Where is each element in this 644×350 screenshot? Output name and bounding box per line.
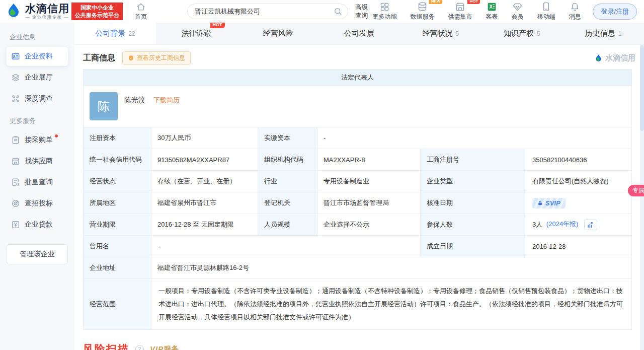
field-label: 人员规模 — [258, 214, 317, 236]
nav-supply-market[interactable]: HOT 供需集市 — [448, 2, 472, 21]
search-input[interactable] — [187, 4, 348, 19]
layers-icon — [11, 73, 20, 82]
nav-more-features[interactable]: 更多功能 — [372, 2, 396, 21]
scrollbar-thumb[interactable] — [640, 45, 644, 131]
database-icon — [417, 2, 428, 12]
id-card-icon — [11, 52, 20, 61]
table-row: 所属地区 福建省泉州市晋江市 登记机关 晋江市市场监督管理局 核准日期 SVIP — [84, 192, 632, 214]
annual-report-link[interactable]: (2024年报) — [546, 220, 579, 228]
sidebar-item-showroom[interactable]: 企业展厅 — [7, 68, 68, 87]
field-label: 统一社会信用代码 — [84, 149, 151, 171]
waterdrop-logo-icon — [5, 2, 22, 21]
home-icon — [136, 2, 146, 12]
sidebar-item-batch-query[interactable]: 批量查询 — [7, 173, 68, 192]
manage-company-button[interactable]: 管理该企业 — [7, 244, 68, 264]
vip-service-label[interactable]: VIP服务 — [150, 344, 179, 350]
sidebar-item-find-suppliers[interactable]: 找供应商 — [7, 152, 68, 171]
table-row: 曾用名 - 成立日期 2016-12-28 — [84, 236, 632, 257]
field-label: 企业地址 — [84, 257, 151, 279]
field-value: 福建省晋江市灵源林麒路16-2号 — [151, 257, 632, 279]
sidebar-section-more: 更多服务 — [10, 116, 65, 125]
national-platform-badge: 国家中小企业 公共服务示范平台 — [71, 3, 123, 20]
field-value: 福建省泉州市晋江市 — [151, 192, 258, 214]
svip-locked-badge[interactable]: SVIP — [532, 198, 566, 208]
field-label: 核准日期 — [421, 192, 526, 214]
brand-name: 水滴信用 — [25, 3, 69, 14]
shop-icon — [11, 157, 20, 166]
field-value: MA2XXAPR-8 — [317, 149, 421, 171]
section-title: 工商信息 — [83, 53, 115, 63]
table-row: 经营范围 一般项目：专用设备制造（不含许可类专业设备制造）；通用设备制造（不含特… — [84, 279, 632, 330]
nav-customer-report[interactable]: X 客表 — [486, 2, 498, 21]
field-label: 成立日期 — [421, 236, 526, 257]
header-nav: 更多功能 NEW 数据服务 HOT 供需集市 X 客表 会员 移动端 消息 — [372, 2, 581, 21]
svg-text:X: X — [489, 4, 493, 10]
tab-intellectual-property[interactable]: 知识产权 5 — [481, 23, 563, 44]
field-value: 专用设备制造业 — [317, 171, 421, 192]
home-nav[interactable]: 首页 — [135, 2, 147, 21]
field-label: 实缴资本 — [258, 127, 317, 149]
login-register-button[interactable]: 登录/注册 — [593, 4, 637, 20]
field-value: 企业选择不公示 — [317, 214, 421, 236]
legal-rep-avatar[interactable]: 陈 — [90, 92, 118, 120]
risk-scan-logo: 风险扫描 — [83, 342, 129, 350]
field-value: 30万人民币 — [151, 127, 258, 149]
field-label: 行业 — [258, 171, 317, 192]
lock-icon — [537, 200, 543, 206]
table-row: 统一社会信用代码 91350582MA2XXAPR87 组织机构代码 MA2XX… — [84, 149, 632, 171]
field-label: 工商注册号 — [421, 149, 526, 171]
field-value: 91350582MA2XXAPR87 — [151, 149, 258, 171]
excel-report-icon: X — [487, 2, 497, 12]
sidebar-item-deep-investigation[interactable]: 深度调查 — [7, 89, 68, 108]
field-value: 3人 (2024年报) — [526, 214, 632, 236]
sidebar-item-company-profile[interactable]: 企业资料 — [7, 47, 68, 66]
notification-dot — [55, 134, 58, 137]
field-value: 一般项目：专用设备制造（不含许可类专业设备制造）；通用设备制造（不含特种设备制造… — [151, 279, 632, 330]
business-info-table: 法定代表人 陈 陈光汶 下载简历 注册资本 — [83, 69, 632, 330]
target-icon — [11, 199, 20, 208]
nav-messages[interactable]: 消息 — [569, 2, 581, 21]
tab-lawsuits[interactable]: 法律诉讼 HOT — [156, 23, 237, 44]
insured-trend-chart-button[interactable] — [584, 220, 597, 230]
field-label: 组织机构代码 — [258, 149, 317, 171]
watermark-brand: 水滴信用 — [594, 53, 635, 63]
sidebar-section-info: 企业信息 — [10, 33, 65, 42]
field-label: 企业类型 — [421, 171, 526, 192]
view-history-business-info-button[interactable]: 查看历史工商信息 — [122, 51, 191, 65]
sidebar-item-purchase-orders[interactable]: 接采购单 — [7, 130, 68, 150]
page-scrollbar[interactable] — [640, 45, 644, 350]
network-icon — [11, 94, 20, 103]
yuan-icon — [11, 220, 20, 229]
tab-company-development[interactable]: 公司发展 — [318, 23, 400, 44]
sidebar: 企业信息 企业资料 企业展厅 深度调查 更多服务 接采购单 找供应商 批量查询 — [0, 23, 74, 350]
tab-operating-risk[interactable]: 经营风险 — [237, 23, 318, 44]
new-badge: NEW — [429, 0, 443, 4]
field-value: 晋江市市场监督管理局 — [317, 192, 421, 214]
help-question-icon[interactable]: ? — [135, 345, 144, 350]
sidebar-item-bidding-search[interactable]: 查招投标 — [7, 194, 68, 213]
grid-icon — [379, 2, 390, 12]
field-value: 2016-12-28 — [526, 236, 632, 257]
tab-history-info[interactable]: 历史信息 1 — [562, 23, 644, 44]
tab-company-background[interactable]: 公司背景 22 — [74, 23, 156, 44]
table-row: 经营状态 存续（在营、开业、在册） 行业 专用设备制造业 企业类型 有限责任公司… — [84, 171, 632, 192]
exclusive-advisor-tag[interactable]: 专属 — [628, 185, 644, 196]
field-value: - — [317, 127, 632, 149]
tab-operating-status[interactable]: 经营状况 5 — [400, 23, 481, 44]
field-label: 所属地区 — [84, 192, 151, 214]
hot-badge: HOT — [467, 0, 480, 4]
advanced-search-link[interactable]: 高级 查询 — [355, 3, 368, 20]
download-resume-link[interactable]: 下载简历 — [153, 96, 180, 105]
legal-rep-cell: 陈 陈光汶 下载简历 — [84, 86, 632, 127]
nav-membership[interactable]: 会员 — [511, 2, 523, 21]
sidebar-item-business-loan[interactable]: 企业贷款 — [7, 215, 68, 234]
nav-mobile-app[interactable]: 移动端 — [537, 2, 555, 21]
table-row: 企业地址 福建省晋江市灵源林麒路16-2号 — [84, 257, 632, 279]
legal-rep-name[interactable]: 陈光汶 — [124, 96, 145, 105]
field-label: 登记机关 — [258, 192, 317, 214]
search-icon[interactable] — [334, 7, 342, 18]
nav-data-services[interactable]: NEW 数据服务 — [410, 2, 434, 21]
brand-logo[interactable]: 水滴信用 — 企业信用专家 — — [5, 2, 69, 21]
field-value: 2016-12-28 至 无固定期限 — [151, 214, 258, 236]
legal-rep-header: 法定代表人 — [84, 69, 632, 86]
